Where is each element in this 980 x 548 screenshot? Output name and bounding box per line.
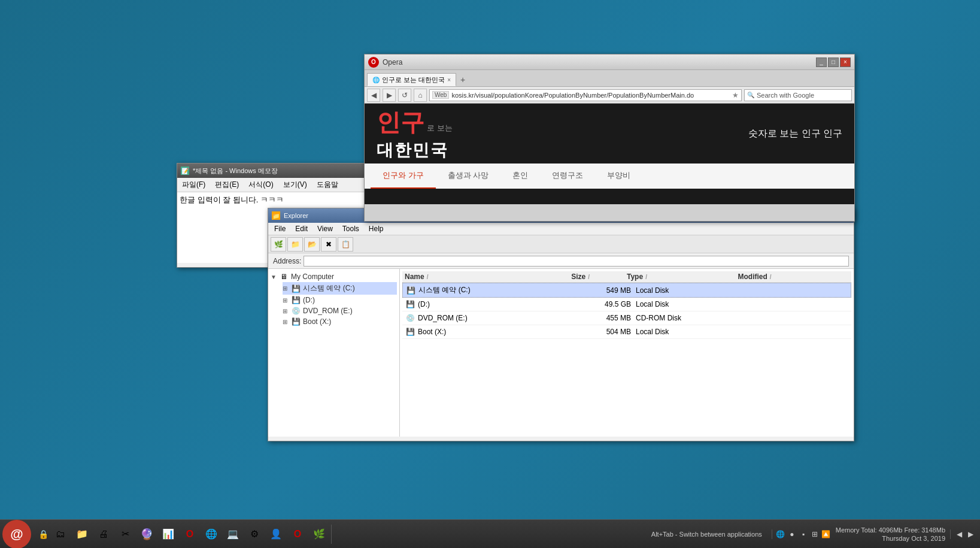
notepad-menu-help[interactable]: 도움말 — [314, 179, 341, 190]
file-name-1: (D:) — [418, 300, 578, 308]
opera-tab-close-icon[interactable]: × — [447, 77, 451, 83]
taskbar-icon-folder[interactable]: 📁 — [72, 525, 92, 544]
systray-icon-update[interactable]: 🔼 — [821, 529, 831, 539]
file-row-3[interactable]: 💾 Boot (X:) 504 MB Local Disk — [402, 325, 851, 339]
explorer-tool-properties[interactable]: 📋 — [338, 237, 353, 252]
opera-close-button[interactable]: × — [840, 57, 851, 67]
notepad-menu-view[interactable]: 보기(V) — [281, 179, 310, 190]
systray-icon-network[interactable]: ⊞ — [810, 529, 820, 539]
opera-web-badge: Web — [432, 91, 449, 99]
file-type-2: CD-ROM Disk — [636, 314, 742, 322]
systray-icon-r1[interactable]: ◀ — [954, 529, 964, 539]
opera-minimize-button[interactable]: _ — [816, 57, 827, 67]
explorer-tree-x-drive[interactable]: ⊞ 💾 Boot (X:) — [283, 316, 397, 327]
taskbar-start-button[interactable]: @ — [2, 520, 31, 549]
taskbar-icon-opera[interactable]: O — [180, 525, 199, 544]
opera-refresh-button[interactable]: ↺ — [398, 89, 411, 102]
file-row-1[interactable]: 💾 (D:) 49.5 GB Local Disk — [402, 298, 851, 311]
taskbar-icon-settings[interactable]: ⚙ — [245, 525, 264, 544]
opera-nav-dependency[interactable]: 부양비 — [595, 164, 642, 189]
explorer-tree-d-drive[interactable]: ⊞ 💾 (D:) — [283, 295, 397, 305]
notepad-menu-file[interactable]: 파일(F) — [180, 179, 208, 190]
explorer-tool-forward[interactable]: 📁 — [287, 237, 303, 252]
file-icon-0: 💾 — [405, 286, 416, 295]
explorer-tool-up[interactable]: 📂 — [304, 237, 320, 252]
opera-home-button[interactable]: ⌂ — [414, 89, 427, 102]
explorer-tree-c-drive[interactable]: ⊞ 💾 시스템 예약 (C:) — [283, 282, 397, 295]
taskbar-icon-clipboard[interactable]: 🔮 — [137, 525, 156, 544]
taskbar-lock-icon: 🔒 — [38, 529, 48, 539]
explorer-menu-edit[interactable]: Edit — [294, 224, 309, 234]
opera-search-placeholder: Search with Google — [757, 92, 814, 99]
taskbar-icon-filemgr[interactable]: 🗂 — [51, 525, 70, 544]
opera-nav-marriage[interactable]: 혼인 — [500, 164, 540, 189]
explorer-tool-back[interactable]: 🌿 — [271, 237, 286, 252]
systray-icon-globe[interactable]: 🌐 — [776, 529, 785, 539]
opera-toolbar: ◀ ▶ ↺ ⌂ Web kosis.kr/visual/populationKo… — [365, 87, 854, 104]
taskbar-icon-terminal[interactable]: 💻 — [223, 525, 242, 544]
file-row-2[interactable]: 💿 DVD_ROM (E:) 455 MB CD-ROM Disk — [402, 311, 851, 325]
tree-expand-x: ⊞ — [283, 319, 289, 325]
opera-tab-bar: 🌐 인구로 보는 대한민국 × + — [365, 70, 854, 87]
explorer-menu-file[interactable]: File — [273, 224, 287, 234]
files-header-name[interactable]: Name / — [405, 273, 571, 281]
explorer-menu-tools[interactable]: Tools — [341, 224, 360, 234]
tree-mycomputer-label: My Computer — [291, 273, 334, 281]
systray-icon-display[interactable]: ▪ — [799, 529, 808, 539]
opera-titlebar: O Opera _ □ × — [365, 55, 854, 70]
explorer-menu-view[interactable]: View — [316, 224, 334, 234]
explorer-tree-e-drive[interactable]: ⊞ 💿 DVD_ROM (E:) — [283, 305, 397, 316]
systray-icon-r2[interactable]: ▶ — [966, 529, 975, 539]
taskbar-icon-calc[interactable]: 📊 — [159, 525, 178, 544]
explorer-tool-delete[interactable]: ✖ — [321, 237, 336, 252]
start-icon: @ — [10, 526, 23, 542]
file-size-2: 455 MB — [578, 314, 636, 322]
taskbar-icon-opera2[interactable]: O — [288, 525, 307, 544]
systray-icon-circle[interactable]: ● — [787, 529, 797, 539]
file-icon-2: 💿 — [405, 313, 415, 323]
tree-c-label: 시스템 예약 (C:) — [303, 283, 355, 293]
explorer-files-panel: Name / Size / Type / Modified / — [400, 269, 854, 437]
opera-nav-population[interactable]: 인구와 가구 — [371, 164, 436, 189]
notepad-app-icon: 📝 — [181, 166, 189, 175]
explorer-address-input[interactable] — [304, 256, 849, 267]
disk-x-icon: 💾 — [291, 317, 301, 326]
opera-back-button[interactable]: ◀ — [367, 89, 380, 102]
taskbar-icon-user[interactable]: 👤 — [266, 525, 286, 544]
opera-bookmark-icon[interactable]: ★ — [732, 91, 739, 99]
notepad-menu-edit[interactable]: 편집(E) — [213, 179, 241, 190]
opera-add-tab-button[interactable]: + — [456, 73, 469, 86]
taskbar-icon-scissors[interactable]: ✂ — [116, 525, 135, 544]
opera-search-bar[interactable]: 🔍 Search with Google — [744, 89, 852, 101]
files-header-modified[interactable]: Modified / — [738, 273, 849, 281]
taskbar-icon-leaf[interactable]: 🌿 — [310, 525, 329, 544]
explorer-tree-mycomputer[interactable]: ▼ 🖥 My Computer — [271, 271, 397, 282]
disk-c-icon: 💾 — [291, 284, 301, 293]
notepad-menu-format[interactable]: 서식(O) — [246, 179, 275, 190]
file-name-2: DVD_ROM (E:) — [418, 314, 578, 322]
explorer-toolbar: 🌿 📁 📂 ✖ 📋 — [268, 235, 854, 253]
files-header-type[interactable]: Type / — [627, 273, 738, 281]
opera-address-bar[interactable]: Web kosis.kr/visual/populationKorea/Popu… — [429, 89, 742, 101]
opera-maximize-button[interactable]: □ — [828, 57, 839, 67]
explorer-content: ▼ 🖥 My Computer ⊞ 💾 시스템 예약 (C:) ⊞ 💾 (D:) — [268, 269, 854, 437]
opera-nav-birth[interactable]: 출생과 사망 — [436, 164, 501, 189]
opera-tab-label: 인구로 보는 대한민국 — [382, 75, 445, 84]
opera-page-logo-area: 인구 로 보는 대한민국 — [377, 106, 453, 162]
opera-forward-button[interactable]: ▶ — [383, 89, 396, 102]
explorer-tree: ▼ 🖥 My Computer ⊞ 💾 시스템 예약 (C:) ⊞ 💾 (D:) — [268, 269, 400, 437]
opera-tab-active[interactable]: 🌐 인구로 보는 대한민국 × — [367, 73, 456, 86]
far-right-icons: ◀ ▶ — [950, 529, 975, 539]
taskbar-icon-globe[interactable]: 🌐 — [202, 525, 221, 544]
explorer-address-label: Address: — [273, 257, 301, 265]
opera-nav-age[interactable]: 연령구조 — [540, 164, 595, 189]
tree-expand-e: ⊞ — [283, 308, 289, 314]
file-icon-3: 💾 — [405, 327, 415, 337]
explorer-menubar: File Edit View Tools Help — [268, 223, 854, 235]
taskbar-icon-print[interactable]: 🖨 — [94, 525, 113, 544]
files-header-size[interactable]: Size / — [571, 273, 627, 281]
file-row-0[interactable]: 💾 시스템 예약 (C:) 549 MB Local Disk — [402, 283, 851, 298]
explorer-menu-help[interactable]: Help — [368, 224, 385, 234]
disk-d-icon: 💾 — [291, 296, 301, 304]
file-type-0: Local Disk — [636, 286, 742, 295]
